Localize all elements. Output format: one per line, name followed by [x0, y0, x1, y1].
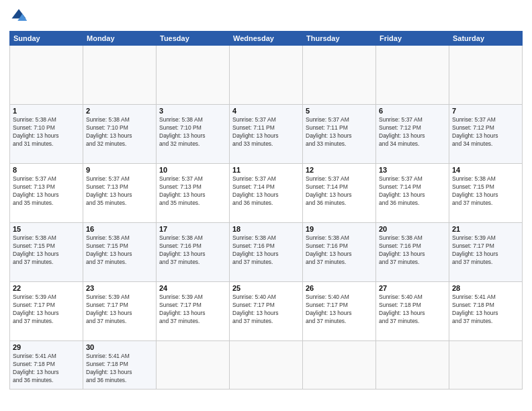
day-number: 2 — [86, 107, 153, 115]
calendar-cell: 5Sunrise: 5:37 AM Sunset: 7:11 PM Daylig… — [303, 105, 376, 164]
day-number: 8 — [13, 166, 80, 174]
day-info: Sunrise: 5:38 AM Sunset: 7:16 PM Dayligh… — [232, 234, 300, 267]
calendar-cell: 21Sunrise: 5:39 AM Sunset: 7:17 PM Dayli… — [449, 223, 523, 282]
calendar-cell: 4Sunrise: 5:37 AM Sunset: 7:11 PM Daylig… — [230, 105, 303, 164]
calendar-table: SundayMondayTuesdayWednesdayThursdayFrid… — [9, 31, 523, 390]
day-info: Sunrise: 5:39 AM Sunset: 7:17 PM Dayligh… — [13, 293, 80, 326]
day-number: 20 — [379, 225, 446, 233]
calendar-cell: 10Sunrise: 5:37 AM Sunset: 7:13 PM Dayli… — [157, 164, 230, 223]
day-number: 6 — [379, 107, 446, 115]
day-info: Sunrise: 5:40 AM Sunset: 7:17 PM Dayligh… — [306, 293, 373, 326]
day-info: Sunrise: 5:38 AM Sunset: 7:10 PM Dayligh… — [159, 116, 226, 148]
day-info: Sunrise: 5:37 AM Sunset: 7:14 PM Dayligh… — [232, 175, 300, 208]
day-number: 29 — [13, 343, 80, 351]
calendar-cell — [157, 46, 230, 105]
calendar-cell: 24Sunrise: 5:39 AM Sunset: 7:17 PM Dayli… — [157, 282, 230, 341]
day-info: Sunrise: 5:37 AM Sunset: 7:13 PM Dayligh… — [159, 175, 226, 208]
day-number: 28 — [452, 284, 519, 292]
day-info: Sunrise: 5:37 AM Sunset: 7:12 PM Dayligh… — [379, 116, 446, 148]
calendar-header-row: SundayMondayTuesdayWednesdayThursdayFrid… — [10, 32, 523, 46]
day-number: 1 — [13, 107, 80, 115]
header — [9, 7, 523, 26]
day-number: 17 — [159, 225, 226, 233]
calendar-day-header: Thursday — [303, 32, 376, 46]
day-info: Sunrise: 5:37 AM Sunset: 7:14 PM Dayligh… — [306, 175, 373, 208]
day-number: 14 — [452, 166, 519, 174]
page: SundayMondayTuesdayWednesdayThursdayFrid… — [0, 0, 532, 411]
calendar-cell: 9Sunrise: 5:37 AM Sunset: 7:13 PM Daylig… — [83, 164, 157, 223]
calendar-cell: 26Sunrise: 5:40 AM Sunset: 7:17 PM Dayli… — [303, 282, 376, 341]
day-number: 15 — [13, 225, 80, 233]
calendar-cell: 7Sunrise: 5:37 AM Sunset: 7:12 PM Daylig… — [449, 105, 523, 164]
calendar-cell: 28Sunrise: 5:41 AM Sunset: 7:18 PM Dayli… — [449, 282, 523, 341]
day-number: 9 — [86, 166, 153, 174]
logo — [9, 7, 31, 26]
calendar-cell: 12Sunrise: 5:37 AM Sunset: 7:14 PM Dayli… — [303, 164, 376, 223]
day-info: Sunrise: 5:41 AM Sunset: 7:18 PM Dayligh… — [86, 353, 153, 385]
calendar-cell: 14Sunrise: 5:38 AM Sunset: 7:15 PM Dayli… — [449, 164, 523, 223]
calendar-day-header: Sunday — [10, 32, 83, 46]
day-info: Sunrise: 5:37 AM Sunset: 7:14 PM Dayligh… — [379, 175, 446, 208]
day-number: 24 — [159, 284, 226, 292]
calendar-cell — [303, 341, 376, 390]
day-info: Sunrise: 5:38 AM Sunset: 7:16 PM Dayligh… — [306, 234, 373, 267]
calendar-cell — [376, 46, 449, 105]
day-info: Sunrise: 5:39 AM Sunset: 7:17 PM Dayligh… — [159, 293, 226, 326]
logo-icon — [9, 7, 28, 26]
day-info: Sunrise: 5:38 AM Sunset: 7:10 PM Dayligh… — [86, 116, 153, 148]
calendar-cell: 23Sunrise: 5:39 AM Sunset: 7:17 PM Dayli… — [83, 282, 157, 341]
day-info: Sunrise: 5:38 AM Sunset: 7:15 PM Dayligh… — [13, 234, 80, 267]
day-info: Sunrise: 5:38 AM Sunset: 7:10 PM Dayligh… — [13, 116, 80, 148]
day-info: Sunrise: 5:37 AM Sunset: 7:13 PM Dayligh… — [86, 175, 153, 208]
calendar-cell: 1Sunrise: 5:38 AM Sunset: 7:10 PM Daylig… — [10, 105, 83, 164]
calendar-cell — [230, 341, 303, 390]
day-info: Sunrise: 5:38 AM Sunset: 7:15 PM Dayligh… — [452, 175, 519, 208]
calendar-day-header: Wednesday — [230, 32, 303, 46]
day-info: Sunrise: 5:38 AM Sunset: 7:16 PM Dayligh… — [159, 234, 226, 267]
calendar-cell: 20Sunrise: 5:38 AM Sunset: 7:16 PM Dayli… — [376, 223, 449, 282]
calendar-cell — [83, 46, 157, 105]
day-number: 5 — [306, 107, 373, 115]
day-number: 27 — [379, 284, 446, 292]
calendar-cell: 2Sunrise: 5:38 AM Sunset: 7:10 PM Daylig… — [83, 105, 157, 164]
day-number: 21 — [452, 225, 519, 233]
calendar-day-header: Monday — [83, 32, 157, 46]
calendar-cell: 29Sunrise: 5:41 AM Sunset: 7:18 PM Dayli… — [10, 341, 83, 390]
calendar-cell: 18Sunrise: 5:38 AM Sunset: 7:16 PM Dayli… — [230, 223, 303, 282]
day-number: 11 — [232, 166, 300, 174]
day-info: Sunrise: 5:41 AM Sunset: 7:18 PM Dayligh… — [452, 293, 519, 326]
day-info: Sunrise: 5:39 AM Sunset: 7:17 PM Dayligh… — [86, 293, 153, 326]
calendar-cell: 19Sunrise: 5:38 AM Sunset: 7:16 PM Dayli… — [303, 223, 376, 282]
calendar-cell — [449, 46, 523, 105]
day-number: 4 — [232, 107, 300, 115]
day-number: 30 — [86, 343, 153, 351]
calendar-day-header: Saturday — [449, 32, 523, 46]
calendar-cell: 27Sunrise: 5:40 AM Sunset: 7:18 PM Dayli… — [376, 282, 449, 341]
calendar-cell — [303, 46, 376, 105]
calendar-day-header: Tuesday — [157, 32, 230, 46]
day-info: Sunrise: 5:38 AM Sunset: 7:16 PM Dayligh… — [379, 234, 446, 267]
calendar-cell — [376, 341, 449, 390]
day-info: Sunrise: 5:37 AM Sunset: 7:12 PM Dayligh… — [452, 116, 519, 148]
calendar-day-header: Friday — [376, 32, 449, 46]
day-number: 7 — [452, 107, 519, 115]
day-info: Sunrise: 5:40 AM Sunset: 7:18 PM Dayligh… — [379, 293, 446, 326]
calendar-cell: 8Sunrise: 5:37 AM Sunset: 7:13 PM Daylig… — [10, 164, 83, 223]
day-number: 16 — [86, 225, 153, 233]
day-number: 22 — [13, 284, 80, 292]
day-info: Sunrise: 5:38 AM Sunset: 7:15 PM Dayligh… — [86, 234, 153, 267]
day-number: 12 — [306, 166, 373, 174]
day-number: 25 — [232, 284, 300, 292]
day-number: 3 — [159, 107, 226, 115]
calendar-cell — [10, 46, 83, 105]
calendar-cell — [230, 46, 303, 105]
calendar-cell: 15Sunrise: 5:38 AM Sunset: 7:15 PM Dayli… — [10, 223, 83, 282]
day-info: Sunrise: 5:37 AM Sunset: 7:11 PM Dayligh… — [232, 116, 300, 148]
calendar-cell: 13Sunrise: 5:37 AM Sunset: 7:14 PM Dayli… — [376, 164, 449, 223]
day-number: 23 — [86, 284, 153, 292]
day-info: Sunrise: 5:37 AM Sunset: 7:13 PM Dayligh… — [13, 175, 80, 208]
day-number: 19 — [306, 225, 373, 233]
day-info: Sunrise: 5:39 AM Sunset: 7:17 PM Dayligh… — [452, 234, 519, 267]
calendar-cell: 6Sunrise: 5:37 AM Sunset: 7:12 PM Daylig… — [376, 105, 449, 164]
calendar-cell: 3Sunrise: 5:38 AM Sunset: 7:10 PM Daylig… — [157, 105, 230, 164]
